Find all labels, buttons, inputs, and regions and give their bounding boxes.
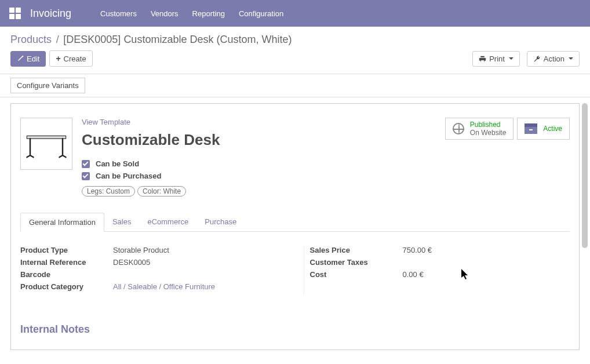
tab-general[interactable]: General Information xyxy=(20,213,104,232)
can-be-sold-row: Can be Sold xyxy=(82,159,445,168)
form-sheet: View Template Customizable Desk Can be S… xyxy=(10,103,580,350)
checkbox-sold[interactable] xyxy=(82,160,90,168)
product-type-value: Storable Product xyxy=(113,246,169,254)
cost-label: Cost xyxy=(310,270,403,279)
barcode-label: Barcode xyxy=(20,270,113,279)
create-button[interactable]: + Create xyxy=(49,50,92,67)
on-website-label: On Website xyxy=(470,129,506,137)
can-be-purchased-row: Can be Purchased xyxy=(82,172,445,180)
app-brand: Invoicing xyxy=(30,8,71,20)
variant-tags: Legs: Custom Color: White xyxy=(82,186,445,196)
nav-links: Customers Vendors Reporting Configuratio… xyxy=(100,9,283,18)
nav-customers[interactable]: Customers xyxy=(100,9,137,18)
tag-color: Color: White xyxy=(137,186,186,196)
top-nav: Invoicing Customers Vendors Reporting Co… xyxy=(0,0,590,27)
taxes-label: Customer Taxes xyxy=(310,258,403,267)
breadcrumb: Products / [DESK0005] Customizable Desk … xyxy=(0,27,590,47)
nav-configuration[interactable]: Configuration xyxy=(239,9,283,18)
category-value[interactable]: All / Saleable / Office Furniture xyxy=(113,282,215,291)
breadcrumb-parent[interactable]: Products xyxy=(10,34,52,45)
active-status-button[interactable]: Active xyxy=(517,118,570,140)
sales-price-label: Sales Price xyxy=(310,246,403,254)
plus-icon: + xyxy=(56,54,60,63)
form-grid: Product TypeStorable Product Internal Re… xyxy=(20,246,570,294)
edit-button[interactable]: Edit xyxy=(10,51,46,67)
sales-price-value: 750.00 € xyxy=(403,246,432,254)
product-title: Customizable Desk xyxy=(82,131,445,149)
edit-label: Edit xyxy=(27,54,39,63)
breadcrumb-sep: / xyxy=(56,34,59,45)
action-label: Action xyxy=(544,54,564,63)
caret-icon xyxy=(509,57,513,60)
pencil-icon xyxy=(17,55,24,62)
action-button[interactable]: Action xyxy=(527,51,580,67)
configure-variants-button[interactable]: Configure Variants xyxy=(10,78,85,93)
globe-icon xyxy=(453,123,464,134)
internal-notes-heading: Internal Notes xyxy=(20,323,570,336)
view-template-link[interactable]: View Template xyxy=(82,118,445,126)
config-bar: Configure Variants xyxy=(0,74,590,97)
published-status-button[interactable]: Published On Website xyxy=(445,118,513,140)
print-label: Print xyxy=(489,54,505,63)
tabs: General Information Sales eCommerce Purc… xyxy=(20,213,570,232)
nav-vendors[interactable]: Vendors xyxy=(151,9,179,18)
can-sold-label: Can be Sold xyxy=(96,159,139,168)
form-col-right: Sales Price750.00 € Customer Taxes Cost0… xyxy=(304,246,570,294)
tab-sales[interactable]: Sales xyxy=(104,213,140,231)
can-purchased-label: Can be Purchased xyxy=(96,172,161,180)
status-buttons: Published On Website Active xyxy=(445,118,570,140)
published-label: Published xyxy=(470,121,506,129)
product-image[interactable] xyxy=(20,118,72,170)
internal-ref-value: DESK0005 xyxy=(113,258,150,267)
content-area: View Template Customizable Desk Can be S… xyxy=(0,103,590,350)
form-col-left: Product TypeStorable Product Internal Re… xyxy=(20,246,281,294)
apps-icon[interactable] xyxy=(9,8,21,19)
print-icon xyxy=(479,55,486,63)
print-button[interactable]: Print xyxy=(472,51,520,67)
product-type-label: Product Type xyxy=(20,246,113,254)
archive-icon xyxy=(525,123,537,134)
checkbox-purchased[interactable] xyxy=(82,172,90,180)
svg-rect-0 xyxy=(27,136,65,139)
internal-ref-label: Internal Reference xyxy=(20,258,113,267)
nav-reporting[interactable]: Reporting xyxy=(192,9,225,18)
category-label: Product Category xyxy=(20,282,113,291)
scrollbar[interactable] xyxy=(582,103,588,350)
tab-ecommerce[interactable]: eCommerce xyxy=(139,213,196,231)
wrench-icon xyxy=(533,55,541,63)
breadcrumb-current: [DESK0005] Customizable Desk (Custom, Wh… xyxy=(63,34,292,45)
create-label: Create xyxy=(64,54,86,63)
tab-purchase[interactable]: Purchase xyxy=(196,213,245,231)
caret-icon xyxy=(569,57,573,60)
actions-row: Edit + Create Print Action xyxy=(0,47,590,74)
cost-value: 0.00 € xyxy=(403,270,424,279)
tag-legs: Legs: Custom xyxy=(82,186,135,196)
active-label: Active xyxy=(543,125,562,133)
